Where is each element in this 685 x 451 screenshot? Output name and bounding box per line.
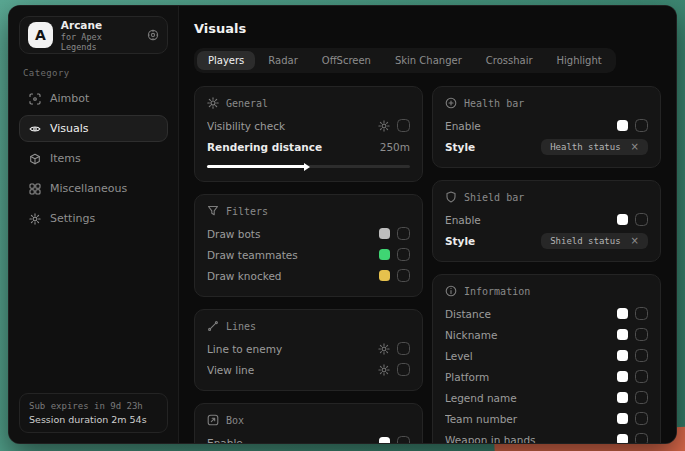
- setting-row-enable: Enable: [445, 115, 648, 136]
- app-window: A Arcane for Apex Legends Category Aimbo…: [8, 5, 677, 444]
- slider-fill: [207, 165, 306, 168]
- funnel-icon: [207, 205, 219, 217]
- tab-bar: PlayersRadarOffScreenSkin ChangerCrossha…: [194, 48, 616, 73]
- style-select[interactable]: Shield status×: [541, 233, 648, 249]
- setting-row-style: StyleShield status×: [445, 230, 648, 251]
- checkbox[interactable]: [635, 213, 648, 226]
- section-title: General: [226, 98, 268, 109]
- section-title: Shield bar: [464, 192, 524, 203]
- setting-row-draw-teammates: Draw teammates: [207, 244, 410, 265]
- tab-highlight[interactable]: Highlight: [546, 51, 613, 70]
- color-swatch[interactable]: [379, 249, 390, 260]
- setting-label: Line to enemy: [207, 343, 378, 355]
- style-select-value: Health status: [550, 142, 620, 152]
- setting-row-visibility-check: Visibility check: [207, 115, 410, 136]
- tab-offscreen[interactable]: OffScreen: [311, 51, 382, 70]
- checkbox[interactable]: [397, 269, 410, 282]
- section-header: Health bar: [445, 97, 648, 109]
- target-icon[interactable]: [147, 29, 159, 41]
- setting-row-main: Enable: [445, 115, 648, 136]
- sidebar-item-miscellaneous[interactable]: Miscellaneous: [19, 175, 168, 202]
- setting-row-main: StyleShield status×: [445, 230, 648, 251]
- checkbox[interactable]: [397, 248, 410, 261]
- section-general: GeneralVisibility checkRendering distanc…: [194, 86, 423, 182]
- app-subtitle: for Apex Legends: [61, 32, 139, 52]
- clear-icon[interactable]: ×: [631, 236, 639, 246]
- sun-icon: [207, 97, 219, 109]
- checkbox[interactable]: [397, 342, 410, 355]
- color-swatch[interactable]: [617, 329, 628, 340]
- color-swatch[interactable]: [617, 371, 628, 382]
- checkbox[interactable]: [635, 370, 648, 383]
- section-header: Shield bar: [445, 191, 648, 203]
- setting-row-main: Enable: [207, 432, 410, 443]
- setting-row-view-line: View line: [207, 359, 410, 380]
- color-swatch[interactable]: [617, 214, 628, 225]
- color-swatch[interactable]: [617, 413, 628, 424]
- sidebar-item-label: Items: [50, 152, 81, 165]
- checkbox[interactable]: [397, 363, 410, 376]
- checkbox[interactable]: [635, 349, 648, 362]
- right-column: Health barEnableStyleHealth status×Shiel…: [432, 86, 661, 443]
- tab-players[interactable]: Players: [197, 51, 255, 70]
- tab-crosshair[interactable]: Crosshair: [475, 51, 544, 70]
- color-swatch[interactable]: [379, 270, 390, 281]
- grid-icon: [29, 183, 41, 195]
- gear-icon[interactable]: [378, 364, 390, 376]
- sidebar-item-settings[interactable]: Settings: [19, 205, 168, 232]
- setting-row-rendering-distance: Rendering distance250m: [207, 136, 410, 171]
- setting-label: Style: [445, 141, 541, 153]
- sidebar-item-visuals[interactable]: Visuals: [19, 115, 168, 142]
- checkbox[interactable]: [397, 119, 410, 132]
- sidebar-item-aimbot[interactable]: Aimbot: [19, 85, 168, 112]
- shield-icon: [445, 191, 457, 203]
- section-header: Information: [445, 285, 648, 297]
- setting-label: Legend name: [445, 392, 617, 404]
- app-header-card: A Arcane for Apex Legends: [19, 16, 168, 54]
- slider-track[interactable]: [207, 165, 410, 168]
- color-swatch[interactable]: [379, 437, 390, 443]
- color-swatch[interactable]: [617, 392, 628, 403]
- checkbox[interactable]: [635, 391, 648, 404]
- setting-row-distance: Distance: [445, 303, 648, 324]
- slider-thumb[interactable]: [304, 163, 310, 171]
- setting-label: Draw bots: [207, 228, 379, 240]
- page-title: Visuals: [194, 21, 661, 36]
- setting-label: Platform: [445, 371, 617, 383]
- sub-expires-text: Sub expires in 9d 23h: [29, 401, 158, 411]
- gear-icon: [29, 213, 41, 225]
- section-title: Filters: [226, 206, 268, 217]
- tab-radar[interactable]: Radar: [257, 51, 308, 70]
- color-swatch[interactable]: [617, 308, 628, 319]
- color-swatch[interactable]: [379, 228, 390, 239]
- setting-row-weapon-in-hands: Weapon in hands: [445, 429, 648, 443]
- color-swatch[interactable]: [617, 434, 628, 443]
- checkbox[interactable]: [635, 119, 648, 132]
- tab-skin-changer[interactable]: Skin Changer: [384, 51, 473, 70]
- gear-icon[interactable]: [378, 343, 390, 355]
- checkbox[interactable]: [397, 227, 410, 240]
- setting-label: Enable: [207, 437, 379, 444]
- color-swatch[interactable]: [617, 120, 628, 131]
- sidebar-item-items[interactable]: Items: [19, 145, 168, 172]
- style-select[interactable]: Health status×: [541, 139, 648, 155]
- color-swatch[interactable]: [617, 350, 628, 361]
- section-header: Box: [207, 414, 410, 426]
- checkbox[interactable]: [635, 307, 648, 320]
- checkbox[interactable]: [397, 436, 410, 443]
- slider[interactable]: [207, 162, 410, 171]
- setting-label: Enable: [445, 214, 617, 226]
- setting-row-main: Platform: [445, 366, 648, 387]
- setting-row-style: StyleHealth status×: [445, 136, 648, 157]
- section-health-bar: Health barEnableStyleHealth status×: [432, 86, 661, 168]
- clear-icon[interactable]: ×: [631, 142, 639, 152]
- setting-row-main: Visibility check: [207, 115, 410, 136]
- setting-row-team-number: Team number: [445, 408, 648, 429]
- checkbox[interactable]: [635, 433, 648, 443]
- checkbox[interactable]: [635, 412, 648, 425]
- checkbox[interactable]: [635, 328, 648, 341]
- sidebar: A Arcane for Apex Legends Category Aimbo…: [9, 6, 179, 443]
- style-select-value: Shield status: [550, 236, 620, 246]
- setting-label: Distance: [445, 308, 617, 320]
- gear-icon[interactable]: [378, 120, 390, 132]
